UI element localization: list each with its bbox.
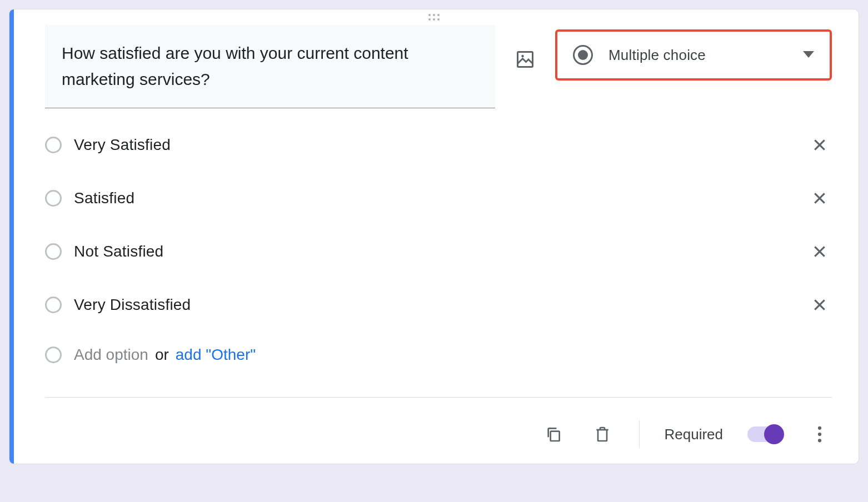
duplicate-button[interactable]	[541, 422, 566, 446]
radio-unchecked-icon	[45, 243, 62, 260]
svg-point-5	[437, 18, 440, 21]
image-icon	[515, 49, 535, 69]
copy-icon	[545, 425, 562, 443]
radio-checked-icon	[573, 45, 593, 65]
option-row: Very Satisfied	[45, 133, 832, 157]
footer-divider	[45, 397, 832, 398]
svg-point-1	[433, 14, 435, 16]
svg-point-9	[818, 426, 821, 430]
option-row: Satisfied	[45, 186, 832, 210]
radio-unchecked-icon	[45, 347, 62, 363]
add-other-link[interactable]: add "Other"	[176, 346, 256, 364]
vertical-separator	[639, 420, 640, 448]
svg-point-3	[428, 18, 431, 21]
options-list: Very Satisfied Satisfied Not Satisfied	[45, 133, 832, 317]
required-toggle[interactable]	[747, 426, 783, 442]
svg-point-0	[428, 14, 431, 16]
question-type-selector[interactable]: Multiple choice	[555, 29, 832, 81]
svg-point-10	[818, 433, 821, 436]
radio-unchecked-icon	[45, 297, 62, 313]
close-icon	[812, 138, 827, 152]
question-type-label: Multiple choice	[608, 47, 706, 64]
more-options-button[interactable]	[807, 422, 832, 446]
add-image-button[interactable]	[511, 45, 540, 74]
radio-unchecked-icon	[45, 137, 62, 153]
card-footer: Required	[45, 407, 832, 464]
svg-point-11	[818, 439, 821, 442]
svg-point-7	[521, 55, 524, 58]
or-text: or	[155, 346, 169, 364]
option-row: Very Dissatisfied	[45, 293, 832, 317]
add-option-row: Add option or add "Other"	[45, 346, 832, 364]
more-vertical-icon	[817, 426, 822, 443]
add-option-input[interactable]: Add option	[74, 346, 148, 364]
radio-unchecked-icon	[45, 190, 62, 207]
option-label-input[interactable]: Satisfied	[74, 189, 807, 207]
question-card: How satisfied are you with your current …	[9, 9, 859, 464]
remove-option-button[interactable]	[807, 186, 832, 210]
question-text-input[interactable]: How satisfied are you with your current …	[45, 25, 495, 108]
option-label-input[interactable]: Not Satisfied	[74, 243, 807, 260]
delete-button[interactable]	[590, 422, 615, 446]
trash-icon	[593, 425, 611, 444]
option-label-input[interactable]: Very Dissatisfied	[74, 296, 807, 314]
close-icon	[812, 298, 827, 312]
remove-option-button[interactable]	[807, 239, 832, 264]
required-label: Required	[664, 426, 723, 443]
option-row: Not Satisfied	[45, 239, 832, 264]
svg-rect-8	[551, 431, 560, 441]
remove-option-button[interactable]	[807, 133, 832, 157]
chevron-down-icon	[803, 50, 814, 60]
close-icon	[812, 244, 827, 259]
svg-point-2	[437, 14, 440, 16]
remove-option-button[interactable]	[807, 293, 832, 317]
svg-rect-6	[518, 52, 533, 67]
question-header-row: How satisfied are you with your current …	[45, 25, 832, 108]
drag-handle[interactable]	[9, 9, 859, 25]
card-content: How satisfied are you with your current …	[9, 25, 859, 464]
option-label-input[interactable]: Very Satisfied	[74, 136, 807, 154]
close-icon	[812, 191, 827, 205]
drag-handle-icon	[427, 13, 441, 21]
selection-accent-bar	[9, 9, 14, 464]
toggle-knob	[764, 424, 784, 444]
svg-point-4	[433, 18, 435, 21]
